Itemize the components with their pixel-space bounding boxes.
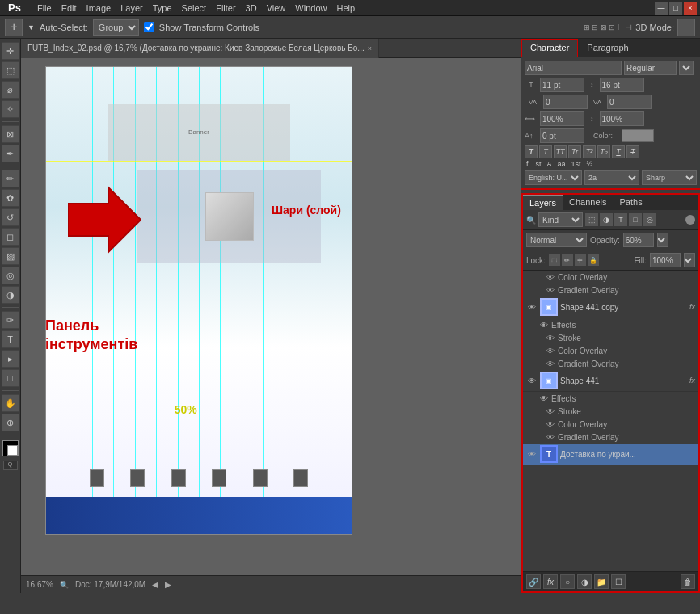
visibility-icon[interactable]: 👁: [539, 393, 549, 404]
magic-wand-tool[interactable]: ✧: [2, 100, 19, 118]
filter-shape-btn[interactable]: □: [629, 213, 642, 226]
italic-btn[interactable]: T: [539, 145, 552, 158]
visibility-icon[interactable]: 👁: [546, 431, 555, 443]
menu-edit[interactable]: Edit: [57, 3, 82, 13]
allcaps-btn[interactable]: TT: [554, 145, 567, 158]
nav-arrow-right[interactable]: ▶: [165, 580, 171, 589]
filter-toggle[interactable]: [685, 215, 695, 225]
menu-image[interactable]: Image: [82, 3, 116, 13]
document-tab[interactable]: FUTB_Index_02.psd @ 16,7% (Доставка по у…: [21, 39, 379, 58]
eyedropper-tool[interactable]: ✒: [2, 145, 19, 162]
transform-checkbox[interactable]: [144, 22, 154, 32]
lock-all-btn[interactable]: 🔒: [588, 254, 599, 266]
visibility-icon[interactable]: 👁: [546, 271, 555, 283]
fill-input[interactable]: [650, 253, 681, 267]
list-item[interactable]: 👁 T Доставка по украи...: [523, 444, 698, 465]
fx-btn[interactable]: fx: [543, 574, 558, 589]
opacity-dropdown[interactable]: ▼: [657, 233, 668, 247]
color-swatch[interactable]: [622, 129, 654, 142]
st-btn[interactable]: st: [534, 160, 543, 168]
zoom-tool[interactable]: ⊕: [2, 414, 19, 431]
lasso-tool[interactable]: ⌀: [2, 81, 19, 99]
scale-h-input[interactable]: [540, 111, 584, 126]
maximize-button[interactable]: □: [669, 2, 682, 15]
blur-tool[interactable]: ◎: [2, 267, 19, 284]
A-frac-btn[interactable]: A: [546, 160, 554, 168]
dodge-tool[interactable]: ◑: [2, 286, 19, 304]
new-group-btn[interactable]: 📁: [594, 574, 609, 589]
quick-mask-btn[interactable]: Q: [3, 460, 18, 470]
path-select-tool[interactable]: ▸: [2, 350, 19, 368]
sharp-select[interactable]: Sharp: [642, 170, 697, 185]
kerning-input[interactable]: [543, 95, 588, 109]
new-layer-btn[interactable]: ☐: [611, 574, 626, 589]
rectangle-select-tool[interactable]: ⬚: [2, 61, 19, 79]
crop-tool[interactable]: ⊠: [2, 125, 19, 143]
visibility-icon[interactable]: 👁: [546, 332, 555, 343]
lock-pixels-btn[interactable]: ✏: [562, 254, 573, 266]
aa-btn[interactable]: aа: [556, 160, 567, 168]
auto-select-dropdown[interactable]: Group: [93, 19, 139, 36]
opacity-input[interactable]: [623, 233, 654, 247]
menu-file[interactable]: File: [32, 3, 57, 13]
visibility-icon[interactable]: 👁: [546, 358, 555, 369]
strikethrough-btn[interactable]: T: [626, 145, 639, 158]
font-family-input[interactable]: [525, 61, 622, 75]
bold-btn[interactable]: T: [525, 145, 538, 158]
font-size-input[interactable]: [540, 78, 584, 92]
clone-stamp-tool[interactable]: ✿: [2, 189, 19, 207]
minimize-button[interactable]: —: [655, 2, 668, 15]
half-btn[interactable]: ½: [585, 160, 595, 168]
foreground-color[interactable]: [2, 440, 19, 456]
visibility-icon[interactable]: 👁: [526, 301, 538, 313]
smallcaps-btn[interactable]: Tr: [568, 145, 581, 158]
delete-layer-btn[interactable]: 🗑: [681, 574, 695, 589]
blend-mode-select[interactable]: Normal: [526, 233, 587, 247]
lock-transparent-btn[interactable]: ⬚: [549, 254, 560, 266]
menu-filter[interactable]: Filter: [211, 3, 240, 13]
add-adjustment-btn[interactable]: ◑: [577, 574, 592, 589]
filter-smartobj-btn[interactable]: ◎: [643, 213, 656, 226]
shape-tool[interactable]: □: [2, 369, 19, 387]
menu-type[interactable]: Type: [148, 3, 177, 13]
visibility-icon[interactable]: 👁: [526, 448, 538, 460]
tab-paths[interactable]: Paths: [614, 195, 649, 210]
filter-adjust-btn[interactable]: ◑: [600, 213, 613, 226]
tab-paragraph[interactable]: Paragraph: [578, 39, 637, 57]
filter-type-btn[interactable]: T: [614, 213, 627, 226]
tab-character[interactable]: Character: [521, 39, 578, 57]
link-layers-btn[interactable]: 🔗: [526, 574, 541, 589]
brush-tool[interactable]: ✏: [2, 170, 19, 187]
filter-kind-select[interactable]: Kind: [538, 212, 583, 227]
background-color[interactable]: [7, 445, 18, 456]
gradient-tool[interactable]: ▨: [2, 247, 19, 265]
menu-layer[interactable]: Layer: [116, 3, 148, 13]
filter-pixel-btn[interactable]: ⬚: [585, 213, 598, 226]
history-brush-tool[interactable]: ↺: [2, 208, 19, 226]
nav-arrow-left[interactable]: ◀: [152, 580, 158, 589]
list-item[interactable]: 👁 ▣ Shape 441 fx: [523, 370, 698, 392]
menu-select[interactable]: Select: [177, 3, 212, 13]
tab-layers[interactable]: Layers: [523, 195, 563, 210]
aa-select[interactable]: 2a: [584, 170, 639, 185]
canvas-container[interactable]: Панель інструментів Шари (слой): [21, 58, 521, 575]
language-select[interactable]: English: U...: [525, 170, 582, 185]
menu-help[interactable]: Help: [331, 3, 360, 13]
superscript-btn[interactable]: T²: [583, 145, 596, 158]
menu-3d[interactable]: 3D: [241, 3, 262, 13]
type-tool[interactable]: T: [2, 330, 19, 348]
visibility-icon[interactable]: 👁: [546, 345, 555, 356]
visibility-icon[interactable]: 👁: [539, 319, 549, 330]
menu-view[interactable]: View: [262, 3, 291, 13]
close-button[interactable]: ×: [684, 2, 697, 15]
move-tool[interactable]: ✛: [2, 42, 19, 60]
layers-list[interactable]: 👁 Color Overlay 👁 Gradient Overlay 👁 ▣ S…: [523, 271, 698, 571]
font-style-dropdown[interactable]: ▼: [679, 61, 694, 75]
t-frac-btn[interactable]: 1st: [570, 160, 583, 168]
underline-btn[interactable]: T: [612, 145, 625, 158]
hand-tool[interactable]: ✋: [2, 394, 19, 412]
visibility-icon[interactable]: 👁: [546, 284, 555, 296]
scale-v-input[interactable]: [600, 111, 644, 126]
list-item[interactable]: 👁 ▣ Shape 441 copy fx: [523, 296, 698, 318]
visibility-icon[interactable]: 👁: [546, 406, 555, 417]
